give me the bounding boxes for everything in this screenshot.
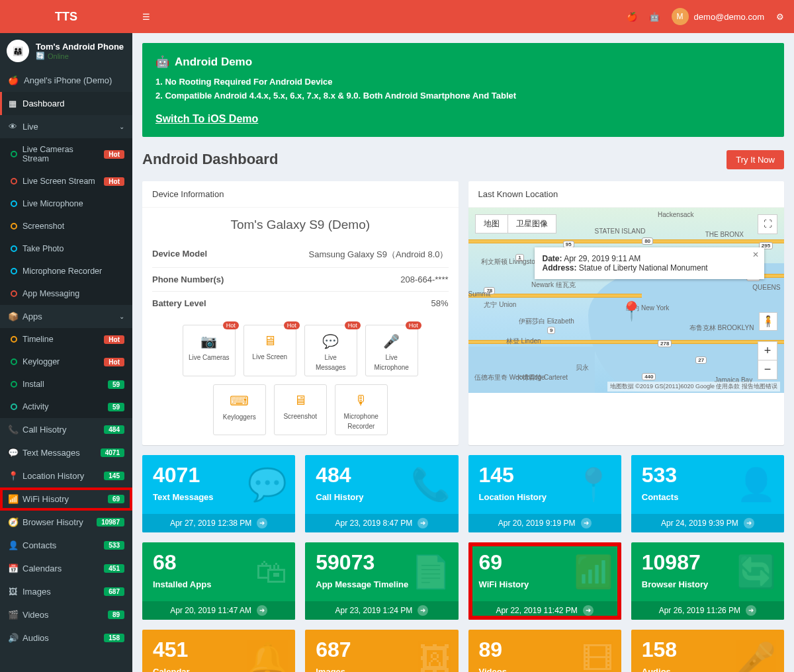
badge: Hot (104, 358, 124, 366)
sidebar-item[interactable]: 🖼Images687 (0, 580, 132, 603)
sidebar-item[interactable]: 👤Contacts533 (0, 534, 132, 557)
try-it-button[interactable]: Try It Now (727, 150, 784, 169)
sidebar-item[interactable]: 📅Calendars451 (0, 557, 132, 580)
sidebar-item[interactable]: 🧭Browser Hisotry10987 (0, 511, 132, 534)
sidebar-item-live[interactable]: 👁 Live ⌄ (0, 115, 132, 138)
close-icon[interactable]: ✕ (752, 250, 759, 259)
android-icon[interactable]: 🤖 (649, 12, 660, 22)
quick-button[interactable]: Hot🖥Live Screen (243, 325, 296, 376)
stat-tile[interactable]: 484Call History📞Apr 23, 2019 8:47 PM➜ (305, 455, 458, 532)
quick-button[interactable]: ⌨Keyloggers (213, 384, 266, 435)
info-label: Device Model (152, 249, 207, 261)
sidebar-item[interactable]: Install59 (0, 373, 132, 396)
badge: 451 (104, 564, 124, 573)
tile-date: Apr 20, 2019 11:47 AM (170, 606, 251, 615)
info-value: Samsung Galaxy S9（Android 8.0） (309, 249, 449, 261)
sidebar-item[interactable]: Microphone Recorder (0, 260, 132, 282)
sidebar-item[interactable]: App Messaging (0, 282, 132, 305)
stat-tile[interactable]: 145Location History📍Apr 20, 2019 9:19 PM… (468, 455, 621, 532)
sidebar-item[interactable]: 📶WiFi Hisotry69 (0, 487, 132, 511)
map-shield: 9 (547, 327, 555, 334)
tile-icon: 💬 (247, 466, 287, 503)
sidebar-item-label: Calendars (22, 564, 62, 573)
stat-tile[interactable]: 68Installed Apps🛍Apr 20, 2019 11:47 AM➜ (142, 542, 295, 620)
sidebar-item[interactable]: Screenshot (0, 215, 132, 237)
tile-icon: 📞 (411, 466, 451, 503)
user-email: demo@demo.com (694, 12, 764, 22)
sidebar-item[interactable]: 🎬Videos89 (0, 603, 132, 626)
demo-switch-link[interactable]: 🍎 Angel's iPhone (Demo) (0, 69, 132, 92)
switch-demo-link[interactable]: Switch To iOS Demo (155, 113, 258, 124)
sidebar: 👨‍👩‍👧 Tom's Android Phone 🔄 Online 🍎 Ang… (0, 33, 132, 672)
sidebar-item[interactable]: Live Cameras StreamHot (0, 138, 132, 170)
quick-button[interactable]: Hot🎤Live Microphone (365, 325, 418, 376)
sidebar-item-dashboard[interactable]: ▦ Dashboard (0, 92, 132, 115)
stat-tile[interactable]: 533Contacts👤Apr 24, 2019 9:39 PM➜ (631, 455, 784, 532)
tile-footer[interactable]: Apr 23, 2019 8:47 PM➜ (305, 514, 458, 532)
zoom-in-button[interactable]: + (758, 342, 777, 360)
menu-icon: 🖼 (8, 587, 17, 597)
zoom-out-button[interactable]: − (758, 360, 777, 379)
fullscreen-icon[interactable]: ⛶ (758, 214, 777, 234)
sidebar-item[interactable]: 📞Call Hisotry484 (0, 418, 132, 441)
sidebar-item-apps[interactable]: 📦 Apps ⌄ (0, 305, 132, 328)
tile-date: Apr 23, 2019 1:24 PM (335, 606, 413, 615)
tile-footer[interactable]: Apr 27, 2019 12:38 PM➜ (142, 514, 295, 532)
main-content: 🤖Android Demo 1. No Rooting Required For… (132, 33, 794, 672)
map-tab-map[interactable]: 地图 (476, 215, 508, 233)
sidebar-item-label: Live (22, 122, 38, 132)
settings-icon[interactable]: ⚙ (776, 12, 784, 22)
sidebar-item[interactable]: TimelineHot (0, 328, 132, 351)
sidebar-item-label: WiFi Hisotry (22, 494, 69, 504)
badge: 484 (104, 425, 124, 434)
map-tab-satellite[interactable]: 卫星图像 (508, 215, 556, 233)
stat-tile[interactable]: 89Videos🎞Apr 20, 2019 9:04 AM➜ (468, 630, 621, 672)
banner-line: 2. Compatible Android 4.4.x, 5.x, 6.x, 7… (155, 89, 771, 103)
sidebar-item[interactable]: Take Photo (0, 237, 132, 260)
stat-tile[interactable]: 10987Browser History🔄Apr 26, 2019 11:26 … (631, 542, 784, 620)
circle-icon (11, 223, 17, 230)
sidebar-item[interactable]: 🔊Audios158 (0, 626, 132, 650)
apple-icon[interactable]: 🍎 (627, 12, 637, 22)
menu-icon: 🎬 (8, 610, 17, 620)
stat-tile[interactable]: 687Images🖼Apr 20, 2019 9:23 AM➜ (305, 630, 458, 672)
sidebar-item[interactable]: Live Screen StreamHot (0, 170, 132, 192)
stat-tile[interactable]: 59073App Message Timeline📄Apr 23, 2019 1… (305, 542, 458, 620)
sidebar-item[interactable]: 💬Text Messages4071 (0, 441, 132, 464)
quick-button[interactable]: Hot📷Live Cameras (183, 325, 236, 376)
sidebar-item[interactable]: Activity59 (0, 396, 132, 418)
map-shield: 278 (658, 340, 672, 347)
tile-footer[interactable]: Apr 24, 2019 9:39 PM➜ (631, 514, 784, 532)
badge: 59 (108, 380, 124, 389)
tile-icon: 📶 (574, 553, 613, 591)
menu-icon: 💬 (8, 448, 17, 458)
popup-date-label: Date: (543, 254, 562, 263)
status-badge: 🔄 Online (36, 52, 124, 60)
quick-button[interactable]: Hot💬Live Messages (304, 325, 357, 376)
circle-icon (11, 381, 17, 388)
quick-button[interactable]: 🖥Screenshot (274, 384, 327, 435)
stat-tile[interactable]: 451Calendar🔔Apr 23, 2019 12:00 PM➜ (142, 630, 295, 672)
stat-tile[interactable]: 4071Text Messages💬Apr 27, 2019 12:38 PM➜ (142, 455, 295, 532)
menu-toggle-icon[interactable]: ☰ (142, 12, 150, 22)
pegman-icon[interactable]: 🧍 (759, 312, 777, 331)
quick-button[interactable]: 🎙Microphone Recorder (335, 384, 388, 435)
tile-footer[interactable]: Apr 20, 2019 9:19 PM➜ (468, 514, 621, 532)
logo[interactable]: TTS (0, 0, 132, 33)
quick-icon: 💬 (309, 333, 353, 349)
apple-icon: 🍎 (8, 75, 19, 85)
sidebar-item[interactable]: Live Microphone (0, 192, 132, 215)
tile-footer[interactable]: Apr 22, 2019 11:42 PM➜ (468, 601, 621, 620)
map[interactable]: 7895278194408067849527295 Hackensack利文斯顿… (468, 208, 785, 393)
user-menu[interactable]: M demo@demo.com (672, 8, 764, 25)
stat-tile[interactable]: 69WiFi History📶Apr 22, 2019 11:42 PM➜ (468, 542, 621, 620)
badge: 158 (104, 634, 124, 642)
tile-footer[interactable]: Apr 26, 2019 11:26 PM➜ (631, 601, 784, 620)
sidebar-item[interactable]: 📍Location History145 (0, 464, 132, 487)
badge: Hot (104, 335, 124, 344)
stat-tile[interactable]: 158Audios🎤Apr 21, 2019 11:38 PM➜ (631, 630, 784, 672)
tile-footer[interactable]: Apr 23, 2019 1:24 PM➜ (305, 601, 458, 620)
tile-footer[interactable]: Apr 20, 2019 11:47 AM➜ (142, 601, 295, 620)
tile-date: Apr 20, 2019 9:19 PM (498, 519, 576, 528)
sidebar-item[interactable]: KeyloggerHot (0, 351, 132, 373)
